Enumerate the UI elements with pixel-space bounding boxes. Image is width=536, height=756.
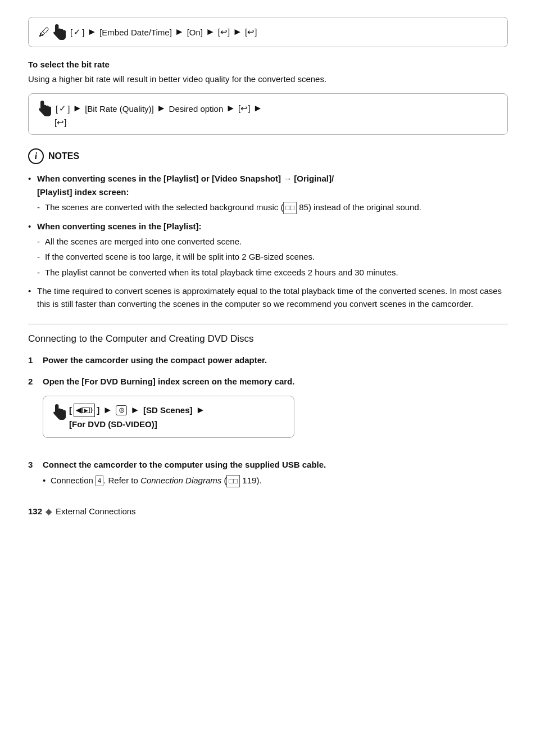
step-1: 1 Power the camcorder using the compact … [28,354,508,366]
dvd-arrow-3: ► [196,403,205,418]
disc-icon: ⦾ [116,405,127,415]
bit-rate-body: Using a higher bit rate will result in b… [28,73,508,85]
br-bracket-open: [ [56,104,58,114]
step-3-sub-1: Connection 4. Refer to Connection Diagra… [43,474,326,487]
arrow-4: ► [233,26,242,38]
bit-rate-line1: [ ✓ ] ► [Bit Rate (Quality)] ► Desired o… [39,101,264,116]
br-return-1: [↩] [238,103,250,114]
note-1-sub: The scenes are converted with the select… [37,201,508,214]
page-footer: 132 ◆ External Connections [28,506,508,517]
header-bracket-open: [ [70,28,72,37]
br-arrow-1: ► [72,103,82,114]
dvd-instruction-box: [ ◀ ▶ } ] ► ⦾ ► [SD Scenes] [43,396,294,438]
numbered-steps: 1 Power the camcorder using the compact … [28,354,508,489]
step-2: 2 Open the [For DVD Burning] index scree… [28,375,508,451]
br-symbol: ✓ [59,103,66,114]
br-arrow-2: ► [157,103,166,114]
notes-icon: i [28,148,44,164]
step-3: 3 Connect the camcorder to the computer … [28,458,508,489]
bit-rate-instruction-box: [ ✓ ] ► [Bit Rate (Quality)] ► Desired o… [28,93,508,135]
dvd-line2: [For DVD (SD-VIDEO)] [69,418,207,431]
camcorder-symbol: ◀ ▶ } [74,404,95,417]
step-3-sub-list: Connection 4. Refer to Connection Diagra… [43,474,326,487]
connection-diagrams-link: Connection Diagrams [140,476,221,485]
note-2-bold: When converting scenes in the [Playlist]… [37,221,202,231]
notes-label: NOTES [48,151,79,161]
arrow-2: ► [175,26,184,38]
bit-rate-heading: To select the bit rate [28,60,508,69]
page-ref-119-box: □□ [226,475,240,487]
cam-sym-3: } [90,405,93,415]
step-3-num: 3 [28,458,38,489]
footer-label: External Connections [56,506,136,516]
notes-list: When converting scenes in the [Playlist]… [28,172,508,310]
step-3-text: Connect the camcorder to the computer us… [43,460,326,469]
dvd-arrow-1: ► [103,403,112,418]
cam-sym-1: ◀ [76,405,81,416]
arrow-3: ► [206,26,215,38]
return-1: [↩] [218,27,230,37]
header-instruction-box: 🖊︎ [ ✓ ] ► [Embed Date/Time] ► [On] ► [↩… [28,17,508,47]
dvd-arrow-2: ► [130,403,140,418]
page-number: 132 [28,506,42,516]
dvd-section-title: Connecting to the Computer and Creating … [28,333,508,345]
note-2-sub: All the scenes are merged into one conve… [37,235,508,279]
note-1: When converting scenes in the [Playlist]… [28,172,508,214]
step-2-text: Open the [For DVD Burning] index screen … [43,377,294,386]
bit-rate-line2: [↩] [39,117,66,128]
note-2-sub-3: The playlist cannot be converted when it… [37,266,508,279]
hand-icon: 🖊︎ [39,26,50,39]
return-2: [↩] [245,27,257,37]
br-arrow-4: ► [253,103,262,114]
step-3-content: Connect the camcorder to the computer us… [43,458,326,489]
embed-datetime: [Embed Date/Time] [99,28,172,37]
dvd-line1: [ ◀ ▶ } ] ► ⦾ ► [SD Scenes] [69,403,207,418]
dvd-instruction-inner: [ ◀ ▶ } ] ► ⦾ ► [SD Scenes] [53,403,284,431]
notes-header: i NOTES [28,148,508,164]
hand-pointer-icon-2 [39,101,51,116]
dvd-cam-bracket-open: [ [69,404,72,417]
step-2-content: Open the [For DVD Burning] index screen … [43,375,294,451]
section-divider [28,324,508,324]
sd-scenes: [SD Scenes] [143,404,193,417]
cam-sym-2: ▶ [82,408,90,413]
bit-rate-quality: [Bit Rate (Quality)] [85,104,154,114]
note-2: When converting scenes in the [Playlist]… [28,220,508,279]
note-2-sub-1: All the scenes are merged into one conve… [37,235,508,248]
step-1-content: Power the camcorder using the compact po… [43,354,267,366]
header-bracket-close: ] [82,28,84,37]
br-bracket-close: ] [67,104,70,114]
arrow-1: ► [87,26,97,38]
hand-pointer-icon-3 [53,404,66,420]
br-return-2: [↩] [54,117,66,128]
note-3: The time required to convert scenes is a… [28,284,508,311]
desired-option: Desired option [169,104,224,114]
step-1-num: 1 [28,354,38,366]
step-3-sub: Connection 4. Refer to Connection Diagra… [43,474,326,487]
connection-num-box: 4 [96,476,103,486]
dvd-instruction-text: [ ◀ ▶ } ] ► ⦾ ► [SD Scenes] [69,403,207,431]
note-2-sub-2: If the converted scene is too large, it … [37,250,508,263]
note-1-bold: When converting scenes in the [Playlist]… [37,174,334,196]
step-2-num: 2 [28,375,38,451]
footer-diamond: ◆ [46,506,52,517]
page-ref-85-box: □□ [283,202,297,214]
hand-pointer-icon [53,24,66,40]
note-1-sub-1: The scenes are converted with the select… [37,201,508,214]
dvd-cam-bracket-close: ] [97,404,99,417]
step-1-text: Power the camcorder using the compact po… [43,355,267,365]
on-option: [On] [187,28,203,37]
notes-section: i NOTES When converting scenes in the [P… [28,148,508,310]
br-arrow-3: ► [226,103,235,114]
header-symbol: ✓ [74,27,81,37]
